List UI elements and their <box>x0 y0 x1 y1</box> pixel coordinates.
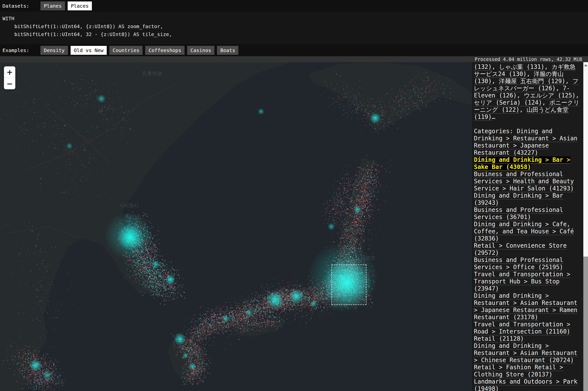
datasets-bar: Datasets: PlanesPlaces <box>0 0 588 11</box>
list-separator: , <box>556 85 563 92</box>
place-link[interactable]: (132) <box>474 63 492 70</box>
list-separator: , <box>517 92 524 99</box>
top-places-list: (132), しゃぶ葉 (131), カギ救急サービス24 (130), 洋服の… <box>474 63 581 121</box>
categories-list: Categories: Dining and Drinking > Restau… <box>474 128 581 391</box>
datasets-buttons: PlanesPlaces <box>40 1 92 11</box>
status-text: Processed 4.04 million rows, 42.32 MiB <box>475 57 582 62</box>
category-link[interactable]: Dining and Drinking > Restaurant > Asian… <box>474 292 577 321</box>
examples-buttons: DensityOld vs NewCountriesCoffeeshopsCas… <box>40 45 239 55</box>
category-link[interactable]: Dining and Drinking > Bar (39243) <box>474 192 563 206</box>
list-separator: , <box>492 78 499 85</box>
category-link[interactable]: Business and Professional Services > Hea… <box>474 171 574 192</box>
list-separator: , <box>527 71 534 78</box>
example-button[interactable]: Density <box>40 45 68 55</box>
datasets-label: Datasets: <box>2 3 29 9</box>
category-link[interactable]: Dining and Drinking > Bar > Sake Bar (43… <box>474 156 570 171</box>
zoom-out-button[interactable]: − <box>4 78 15 89</box>
list-separator: , <box>519 106 527 113</box>
scrollbar-thumb[interactable] <box>583 257 588 391</box>
place-link[interactable]: セリア (Seria) (124) <box>474 99 542 106</box>
query-editor[interactable]: WITH bitShiftLeft(1::UInt64, {z:UInt8}) … <box>0 11 588 44</box>
example-button[interactable]: Old vs New <box>70 45 107 55</box>
example-button[interactable]: Countries <box>109 45 143 55</box>
example-button[interactable]: Coffeeshops <box>145 45 185 55</box>
category-link[interactable]: Business and Professional Services (3670… <box>474 206 563 220</box>
category-link[interactable]: Retail (21128) <box>474 335 524 342</box>
category-link[interactable]: Travel and Transportation > Transport Hu… <box>474 271 570 292</box>
category-link[interactable]: Retail > Fashion Retail > Clothing Store… <box>474 364 563 378</box>
map-area: + − (132), しゃぶ葉 (131), カギ救急サービス24 (130),… <box>0 62 588 391</box>
category-link[interactable]: Dining and Drinking > Restaurant > Asian… <box>474 342 577 364</box>
place-link[interactable]: 洋麺屋 五右衛門 (129) <box>499 78 565 85</box>
example-button[interactable]: Boats <box>217 45 239 55</box>
category-link[interactable]: Business and Professional Services > Off… <box>474 257 563 271</box>
examples-bar: Examples: DensityOld vs NewCountriesCoff… <box>0 44 588 56</box>
categories-label: Categories: <box>474 128 517 135</box>
category-link[interactable]: Travel and Transportation > Road > Inter… <box>474 321 570 335</box>
list-separator: , <box>545 63 552 70</box>
place-link[interactable]: ウエルシア (125) <box>524 92 576 99</box>
category-links: Dining and Drinking > Restaurant > Asian… <box>474 128 577 391</box>
map-zoom-control: + − <box>4 66 15 89</box>
place-link[interactable]: しゃぶ葉 (131) <box>499 63 544 70</box>
scroll-up-icon[interactable] <box>584 64 588 66</box>
category-link[interactable]: Retail > Convenience Store (29572) <box>474 242 567 256</box>
zoom-in-button[interactable]: + <box>4 66 15 78</box>
list-separator: , <box>492 63 499 70</box>
status-bar: Processed 4.04 million rows, 42.32 MiB <box>0 56 588 62</box>
selection-rectangle <box>331 265 366 305</box>
category-link[interactable]: Landmarks and Outdoors > Park (19498) <box>474 378 577 391</box>
category-link[interactable]: Dining and Drinking > Cafe, Coffee, and … <box>474 221 574 242</box>
examples-label: Examples: <box>2 47 29 53</box>
list-separator: , <box>576 92 579 99</box>
dataset-button[interactable]: Places <box>67 1 92 11</box>
dataset-button[interactable]: Planes <box>40 1 65 11</box>
map-canvas[interactable] <box>0 62 472 391</box>
list-separator: … <box>492 113 495 120</box>
example-button[interactable]: Casinos <box>187 45 215 55</box>
page-scrollbar[interactable] <box>583 62 588 391</box>
results-panel: (132), しゃぶ葉 (131), カギ救急サービス24 (130), 洋服の… <box>472 62 583 391</box>
list-separator: , <box>565 78 573 85</box>
list-separator: , <box>542 99 549 106</box>
